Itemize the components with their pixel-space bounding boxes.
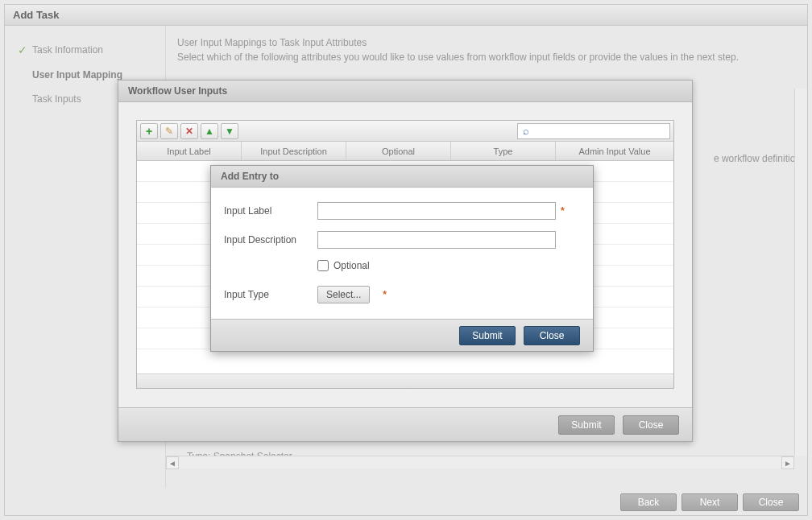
step-label: Task Information <box>32 44 103 56</box>
col-input-description[interactable]: Input Description <box>242 142 346 160</box>
delete-icon[interactable]: ✕ <box>180 123 198 139</box>
intro-text: User Input Mappings to Task Input Attrib… <box>177 35 796 64</box>
row-optional: Optional <box>224 260 580 271</box>
label-input-description: Input Description <box>224 234 317 246</box>
bg-hint: e workflow definition <box>714 153 801 164</box>
col-input-label[interactable]: Input Label <box>137 142 242 160</box>
grid-toolbar: + ✎ ✕ ▲ ▼ ⌕ <box>137 121 673 142</box>
col-optional[interactable]: Optional <box>346 142 451 160</box>
check-icon: ✓ <box>18 43 32 56</box>
search-box: ⌕ <box>517 123 670 139</box>
dialog-footer: Submit Close <box>211 319 593 351</box>
dialog-title: Add Entry to <box>211 166 593 188</box>
horizontal-scrollbar[interactable]: ◄ ► <box>166 456 794 468</box>
step-task-information[interactable]: ✓ Task Information <box>5 37 165 63</box>
required-icon: * <box>383 289 387 300</box>
move-up-icon[interactable]: ▲ <box>201 123 218 139</box>
dialog-footer: Submit Close <box>118 407 692 441</box>
col-type[interactable]: Type <box>451 142 556 160</box>
submit-button[interactable]: Submit <box>558 415 615 435</box>
search-icon[interactable]: ⌕ <box>518 125 534 137</box>
back-button[interactable]: Back <box>620 493 677 511</box>
close-button[interactable]: Close <box>524 326 580 345</box>
select-type-button[interactable]: Select... <box>317 286 370 303</box>
intro-line1: User Input Mappings to Task Input Attrib… <box>177 35 796 50</box>
next-button[interactable]: Next <box>682 493 738 511</box>
optional-checkbox[interactable] <box>317 260 329 271</box>
search-input[interactable] <box>534 126 669 136</box>
step-label: Task Inputs <box>32 93 81 105</box>
intro-line2: Select which of the following attributes… <box>177 50 796 64</box>
row-input-label: Input Label * <box>224 202 580 220</box>
scroll-right-icon[interactable]: ► <box>781 456 794 469</box>
scroll-left-icon[interactable]: ◄ <box>166 456 179 469</box>
panel-title: Add Task <box>5 5 807 26</box>
row-input-type: Input Type Select... * <box>224 286 580 303</box>
grid-footer <box>137 373 673 388</box>
grid-header: Input Label Input Description Optional T… <box>137 142 673 161</box>
dialog-body: Input Label * Input Description Optional… <box>211 188 593 323</box>
input-label-field[interactable] <box>317 202 556 220</box>
edit-icon[interactable]: ✎ <box>160 123 178 139</box>
required-icon: * <box>561 205 565 217</box>
add-entry-dialog: Add Entry to Input Label * Input Descrip… <box>210 165 594 352</box>
close-button[interactable]: Close <box>623 415 679 435</box>
col-admin-input-value[interactable]: Admin Input Value <box>556 142 673 160</box>
label-optional: Optional <box>334 260 370 271</box>
label-input-label: Input Label <box>224 205 317 217</box>
close-button[interactable]: Close <box>743 493 799 511</box>
step-label: User Input Mapping <box>32 69 122 80</box>
label-input-type: Input Type <box>224 289 317 300</box>
input-description-field[interactable] <box>317 231 556 249</box>
submit-button[interactable]: Submit <box>459 326 516 345</box>
vertical-scrollbar[interactable] <box>794 89 807 456</box>
row-input-description: Input Description <box>224 231 580 249</box>
move-down-icon[interactable]: ▼ <box>221 123 238 139</box>
dialog-title: Workflow User Inputs <box>118 80 692 102</box>
wizard-footer: Back Next Close <box>5 489 807 515</box>
add-icon[interactable]: + <box>140 123 158 139</box>
